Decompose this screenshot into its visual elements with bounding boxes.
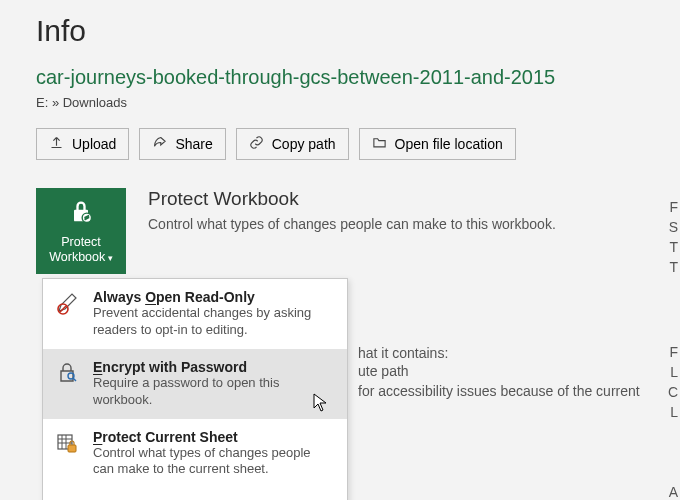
protect-workbook-button[interactable]: Protect Workbook ▾ xyxy=(36,188,126,274)
edge-letter: S xyxy=(669,219,678,235)
lock-icon xyxy=(67,198,95,229)
action-row: Upload Share Copy path Open file locatio… xyxy=(36,128,644,160)
upload-button[interactable]: Upload xyxy=(36,128,129,160)
edge-letter: T xyxy=(669,239,678,255)
edge-letter: L xyxy=(670,404,678,420)
menu-item-encrypt-title: Encrypt with Password xyxy=(93,359,333,375)
lock-search-icon xyxy=(55,359,81,409)
file-name: car-journeys-booked-through-gcs-between-… xyxy=(36,66,644,89)
protect-section-desc: Control what types of changes people can… xyxy=(148,216,556,232)
folder-icon xyxy=(372,135,387,153)
svg-rect-4 xyxy=(68,445,76,452)
background-text-line1: hat it contains: xyxy=(358,345,448,361)
open-location-button[interactable]: Open file location xyxy=(359,128,516,160)
chevron-down-icon: ▾ xyxy=(105,253,113,263)
share-label: Share xyxy=(175,136,212,152)
background-text-line3: for accessibility issues because of the … xyxy=(358,383,640,399)
protect-workbook-button-label: Protect Workbook ▾ xyxy=(36,235,126,265)
share-button[interactable]: Share xyxy=(139,128,225,160)
menu-item-encrypt[interactable]: Encrypt with Password Require a password… xyxy=(43,349,347,419)
sheet-lock-icon xyxy=(55,429,81,479)
menu-item-read-only[interactable]: Always Open Read-Only Prevent accidental… xyxy=(43,279,347,349)
copy-path-label: Copy path xyxy=(272,136,336,152)
page-title: Info xyxy=(36,14,644,48)
menu-item-read-only-desc: Prevent accidental changes by asking rea… xyxy=(93,305,333,339)
edge-letter: L xyxy=(670,364,678,380)
pencil-no-icon xyxy=(55,289,81,339)
upload-label: Upload xyxy=(72,136,116,152)
edge-letter: T xyxy=(669,259,678,275)
protect-workbook-menu: Always Open Read-Only Prevent accidental… xyxy=(42,278,348,500)
menu-item-read-only-title: Always Open Read-Only xyxy=(93,289,333,305)
copy-path-button[interactable]: Copy path xyxy=(236,128,349,160)
menu-item-protect-sheet-title: Protect Current Sheet xyxy=(93,429,333,445)
edge-letter: A xyxy=(669,484,678,500)
link-icon xyxy=(249,135,264,153)
share-icon xyxy=(152,135,167,153)
background-text-line2: ute path xyxy=(358,363,409,379)
menu-item-encrypt-desc: Require a password to open this workbook… xyxy=(93,375,333,409)
edge-letter: F xyxy=(669,344,678,360)
upload-icon xyxy=(49,135,64,153)
protect-section-title: Protect Workbook xyxy=(148,188,556,210)
menu-item-protect-sheet-desc: Control what types of changes people can… xyxy=(93,445,333,479)
protect-workbook-section: Protect Workbook ▾ Protect Workbook Cont… xyxy=(36,188,644,274)
open-location-label: Open file location xyxy=(395,136,503,152)
edge-letter: C xyxy=(668,384,678,400)
menu-item-protect-structure[interactable]: Protect Workbook Structure Prevent unwan… xyxy=(43,488,347,500)
edge-letter: F xyxy=(669,199,678,215)
breadcrumb: E: » Downloads xyxy=(36,95,644,110)
menu-item-protect-sheet[interactable]: Protect Current Sheet Control what types… xyxy=(43,419,347,489)
